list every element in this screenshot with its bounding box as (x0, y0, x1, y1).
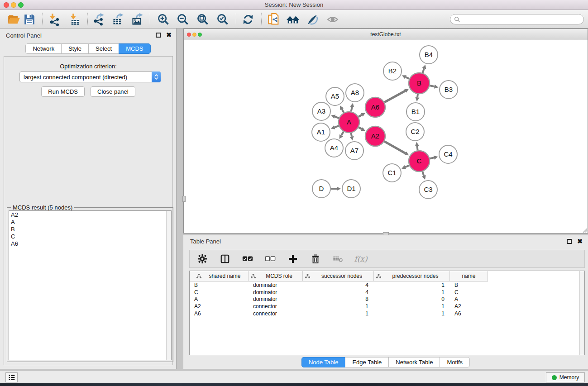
memory-label: Memory (559, 374, 579, 381)
tab-edge-table[interactable]: Edge Table (345, 357, 389, 367)
toolbar-separator (261, 13, 262, 26)
column-header-predecessor-nodes[interactable]: predecessor nodes (374, 271, 450, 281)
graph-edge[interactable] (341, 132, 344, 136)
zoom-in-button[interactable] (156, 12, 171, 27)
export-table-button[interactable] (110, 12, 126, 27)
optimization-select[interactable]: largest connected component (directed) (19, 71, 161, 82)
table-scrollbar[interactable] (579, 271, 584, 355)
network-window-titlebar[interactable]: testGlobe.txt (184, 29, 588, 40)
minimize-view-button[interactable] (192, 33, 196, 37)
float-panel-icon[interactable] (156, 33, 161, 38)
list-item[interactable]: A (9, 218, 171, 225)
memory-button[interactable]: Memory (546, 372, 585, 382)
zoom-fit-button[interactable] (195, 12, 210, 27)
delete-table-button[interactable] (332, 253, 344, 265)
close-panel-icon[interactable]: ✖ (166, 33, 172, 38)
graph-edge[interactable] (359, 127, 362, 129)
divider-grip[interactable] (182, 196, 186, 202)
graph-edge[interactable] (405, 166, 409, 167)
list-item[interactable]: A2 (9, 211, 171, 218)
import-network-button[interactable] (47, 12, 62, 27)
close-panel-button[interactable]: Close panel (91, 86, 135, 97)
delete-column-button[interactable] (309, 253, 322, 265)
table-tabs: Node Table Edge Table Network Table Moti… (183, 357, 588, 367)
function-builder-button[interactable]: f(x) (354, 253, 367, 265)
column-header-successor-nodes[interactable]: successor nodes (303, 271, 374, 281)
tab-mcds[interactable]: MCDS (119, 43, 150, 54)
toolbar-separator (42, 13, 43, 26)
graph-edge[interactable] (430, 157, 434, 158)
tab-node-table[interactable]: Node Table (301, 357, 346, 367)
export-image-button[interactable] (130, 12, 145, 27)
minimize-window-button[interactable] (11, 2, 16, 8)
tab-style[interactable]: Style (61, 43, 89, 54)
export-table-icon (112, 13, 124, 26)
graph-edge[interactable] (351, 107, 352, 111)
tab-network-table[interactable]: Network Table (388, 357, 440, 367)
column-type-icon (196, 274, 201, 278)
node-table[interactable]: shared name MCDS role successor nodes pr… (189, 271, 585, 355)
graph-node-label: A (347, 118, 351, 126)
close-panel-icon[interactable]: ✖ (577, 239, 583, 244)
graph-edge[interactable] (384, 91, 405, 102)
refresh-button[interactable] (240, 12, 256, 27)
zoom-selected-button[interactable] (215, 12, 230, 27)
table-row[interactable]: Adominator 80 A (190, 295, 488, 303)
network-canvas[interactable]: B4B2BB3A8A5A6A3B1AC2A1A2A4A7C4CC1DD1C3 (184, 40, 588, 233)
table-row[interactable]: A6connector 11 A6 (190, 310, 488, 317)
graph-edge[interactable] (417, 146, 417, 151)
show-columns-button[interactable] (219, 253, 231, 265)
list-item[interactable]: C (9, 233, 171, 240)
graph-edge[interactable] (406, 77, 409, 79)
select-all-columns-button[interactable] (241, 253, 254, 265)
tab-network[interactable]: Network (25, 43, 62, 54)
hide-style-button[interactable] (305, 12, 320, 27)
graph-edge[interactable] (335, 117, 339, 118)
list-scrollbar[interactable] (166, 211, 171, 360)
graph-edge[interactable] (417, 94, 418, 97)
graph-edge[interactable] (422, 172, 424, 176)
save-session-button[interactable] (22, 12, 37, 27)
list-item[interactable]: B (9, 225, 171, 233)
show-hide-button[interactable] (325, 12, 340, 27)
table-settings-button[interactable] (196, 253, 209, 265)
table-row[interactable]: A2connector 11 A2 (190, 303, 488, 310)
graph-edge[interactable] (335, 126, 339, 127)
column-header-mcds-role[interactable]: MCDS role (249, 271, 303, 281)
close-view-button[interactable] (187, 33, 191, 37)
create-column-button[interactable] (287, 253, 299, 265)
deselect-all-columns-button[interactable] (264, 253, 277, 265)
import-table-button[interactable] (67, 12, 83, 27)
home-button[interactable] (285, 12, 301, 27)
column-header-shared-name[interactable]: shared name (190, 271, 249, 281)
tab-select[interactable]: Select (88, 43, 119, 54)
unchecked-boxes-icon (265, 256, 276, 262)
zoom-out-button[interactable] (175, 12, 191, 27)
open-file-button[interactable] (6, 12, 22, 27)
resize-grip-icon[interactable] (582, 228, 588, 233)
divider-grip[interactable] (383, 232, 389, 235)
task-history-button[interactable] (5, 372, 18, 382)
graph-edge[interactable] (430, 86, 434, 86)
mcds-result-list[interactable]: A2 A B C A6 (9, 210, 172, 360)
list-item[interactable]: A6 (9, 240, 171, 248)
search-input[interactable] (450, 14, 584, 24)
graph-edge[interactable] (342, 109, 344, 113)
mcds-result-group: MCDS result (5 nodes) A2 A B C A6 (7, 207, 173, 362)
export-network-button[interactable] (91, 12, 106, 27)
float-panel-icon[interactable] (567, 239, 572, 244)
tab-motifs[interactable]: Motifs (440, 357, 470, 367)
clone-network-icon (268, 13, 280, 26)
table-row[interactable]: Cdominator 41 C (190, 289, 488, 296)
graph-edge[interactable] (384, 141, 406, 153)
close-window-button[interactable] (4, 2, 9, 8)
graph-edge[interactable] (351, 133, 352, 137)
graph-edge[interactable] (359, 115, 362, 117)
column-header-name[interactable]: name (450, 271, 488, 281)
table-row[interactable]: Bdominator 41 B (190, 281, 488, 289)
clone-network-button[interactable] (266, 12, 282, 27)
run-mcds-button[interactable]: Run MCDS (41, 86, 85, 97)
graph-edge[interactable] (423, 68, 424, 73)
maximize-window-button[interactable] (18, 2, 24, 8)
maximize-view-button[interactable] (198, 33, 202, 37)
